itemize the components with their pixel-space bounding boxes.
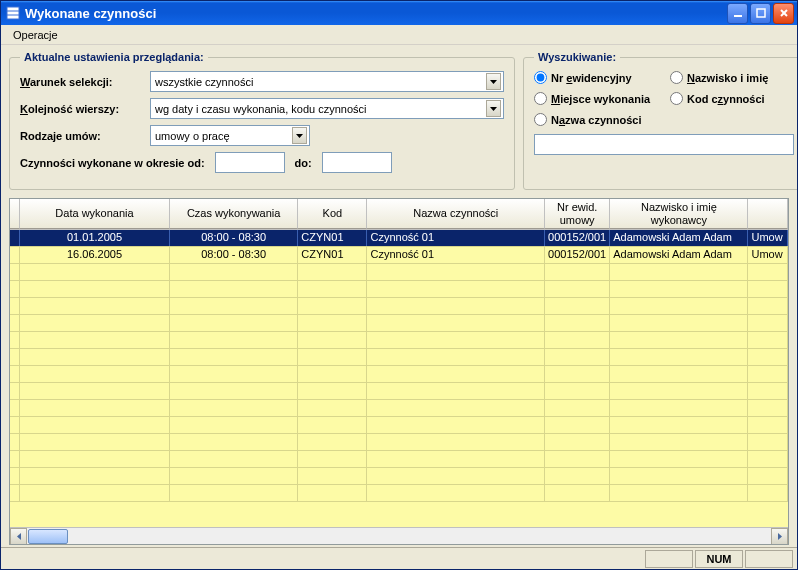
cell bbox=[298, 417, 367, 433]
cell bbox=[298, 451, 367, 467]
cell bbox=[748, 298, 788, 314]
scroll-thumb[interactable] bbox=[28, 529, 68, 544]
cell bbox=[20, 434, 170, 450]
warunek-combo[interactable]: wszystkie czynności bbox=[150, 71, 504, 92]
cell bbox=[298, 400, 367, 416]
cell bbox=[367, 468, 545, 484]
okres-do-input[interactable] bbox=[322, 152, 392, 173]
table-row[interactable] bbox=[10, 400, 788, 417]
rodzaje-value: umowy o pracę bbox=[155, 130, 292, 142]
scroll-right-button[interactable] bbox=[771, 528, 788, 545]
cell: Czynność 01 bbox=[367, 247, 545, 263]
table-row[interactable] bbox=[10, 434, 788, 451]
cell bbox=[610, 366, 748, 382]
cell bbox=[367, 264, 545, 280]
table-row[interactable] bbox=[10, 298, 788, 315]
th-blank[interactable] bbox=[10, 199, 20, 229]
search-legend: Wyszukiwanie: bbox=[534, 51, 620, 63]
table-row[interactable] bbox=[10, 485, 788, 502]
search-group: Wyszukiwanie: Nr ewidencyjny Nazwisko i … bbox=[523, 51, 797, 190]
cell bbox=[10, 230, 20, 246]
cell bbox=[610, 434, 748, 450]
grid-body[interactable]: 01.01.200508:00 - 08:30CZYN01Czynność 01… bbox=[10, 230, 788, 527]
cell bbox=[367, 485, 545, 501]
cell bbox=[20, 264, 170, 280]
cell bbox=[298, 332, 367, 348]
table-row[interactable]: 01.01.200508:00 - 08:30CZYN01Czynność 01… bbox=[10, 230, 788, 247]
radio-nr-ewid[interactable]: Nr ewidencyjny bbox=[534, 71, 658, 84]
cell bbox=[20, 468, 170, 484]
th-nazwisko[interactable]: Nazwisko i imię wykonawcy bbox=[610, 199, 748, 229]
cell bbox=[298, 281, 367, 297]
th-data[interactable]: Data wykonania bbox=[20, 199, 170, 229]
table-row[interactable] bbox=[10, 315, 788, 332]
table-row[interactable] bbox=[10, 332, 788, 349]
menu-operacje[interactable]: Operacje bbox=[7, 27, 64, 43]
cell bbox=[170, 281, 298, 297]
status-cell bbox=[745, 550, 793, 568]
warunek-value: wszystkie czynności bbox=[155, 76, 486, 88]
table-row[interactable] bbox=[10, 417, 788, 434]
okres-do-label: do: bbox=[295, 157, 312, 169]
cell bbox=[170, 451, 298, 467]
cell bbox=[748, 349, 788, 365]
radio-nazwa-input[interactable] bbox=[534, 113, 547, 126]
radio-nazwisko-input[interactable] bbox=[670, 71, 683, 84]
table-row[interactable] bbox=[10, 264, 788, 281]
table-row[interactable]: 16.06.200508:00 - 08:30CZYN01Czynność 01… bbox=[10, 247, 788, 264]
horizontal-scrollbar[interactable] bbox=[10, 527, 788, 544]
radio-nazwa[interactable]: Nazwa czynności bbox=[534, 113, 658, 126]
cell bbox=[748, 366, 788, 382]
cell bbox=[20, 383, 170, 399]
cell: 08:00 - 08:30 bbox=[170, 230, 298, 246]
table-row[interactable] bbox=[10, 366, 788, 383]
cell bbox=[170, 298, 298, 314]
cell bbox=[10, 349, 20, 365]
cell bbox=[10, 332, 20, 348]
radio-kod-input[interactable] bbox=[670, 92, 683, 105]
radio-nazwisko[interactable]: Nazwisko i imię bbox=[670, 71, 794, 84]
cell bbox=[545, 281, 610, 297]
table-row[interactable] bbox=[10, 383, 788, 400]
th-umowa[interactable] bbox=[748, 199, 788, 229]
cell bbox=[545, 468, 610, 484]
cell bbox=[610, 315, 748, 331]
svg-marker-9 bbox=[296, 134, 303, 138]
cell bbox=[748, 400, 788, 416]
cell bbox=[10, 383, 20, 399]
cell bbox=[20, 332, 170, 348]
minimize-button[interactable] bbox=[727, 3, 748, 24]
svg-marker-10 bbox=[17, 533, 21, 540]
close-button[interactable] bbox=[773, 3, 794, 24]
cell bbox=[545, 332, 610, 348]
cell bbox=[545, 417, 610, 433]
maximize-button[interactable] bbox=[750, 3, 771, 24]
okres-od-input[interactable] bbox=[215, 152, 285, 173]
th-czas[interactable]: Czas wykonywania bbox=[170, 199, 298, 229]
cell bbox=[367, 332, 545, 348]
radio-kod[interactable]: Kod czynności bbox=[670, 92, 794, 105]
radio-nr-ewid-input[interactable] bbox=[534, 71, 547, 84]
settings-legend: Aktualne ustawienia przeglądania: bbox=[20, 51, 208, 63]
rodzaje-combo[interactable]: umowy o pracę bbox=[150, 125, 310, 146]
table-row[interactable] bbox=[10, 281, 788, 298]
kolejnosc-combo[interactable]: wg daty i czasu wykonania, kodu czynnośc… bbox=[150, 98, 504, 119]
cell bbox=[170, 468, 298, 484]
radio-miejsce[interactable]: Miejsce wykonania bbox=[534, 92, 658, 105]
cell bbox=[20, 451, 170, 467]
radio-miejsce-input[interactable] bbox=[534, 92, 547, 105]
search-input[interactable] bbox=[534, 134, 794, 155]
cell bbox=[610, 281, 748, 297]
cell bbox=[748, 417, 788, 433]
th-nazwa[interactable]: Nazwa czynności bbox=[367, 199, 545, 229]
table-row[interactable] bbox=[10, 349, 788, 366]
cell bbox=[748, 315, 788, 331]
th-nrewid[interactable]: Nr ewid. umowy bbox=[545, 199, 610, 229]
cell: Czynność 01 bbox=[367, 230, 545, 246]
table-row[interactable] bbox=[10, 468, 788, 485]
scroll-left-button[interactable] bbox=[10, 528, 27, 545]
cell bbox=[545, 298, 610, 314]
scroll-track[interactable] bbox=[27, 528, 771, 545]
table-row[interactable] bbox=[10, 451, 788, 468]
th-kod[interactable]: Kod bbox=[298, 199, 367, 229]
